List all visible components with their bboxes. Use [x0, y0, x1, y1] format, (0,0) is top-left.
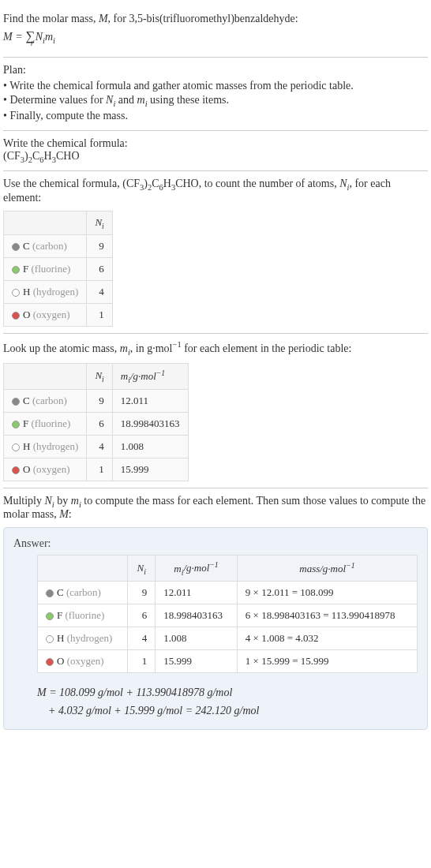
step2-text: Use the chemical formula,: [3, 178, 122, 189]
element-dot-icon: [46, 589, 54, 597]
eq-equals: =: [13, 31, 25, 43]
element-symbol: O: [23, 463, 30, 475]
step3-heading: Look up the atomic mass, mi, in g·mol−1 …: [3, 340, 428, 356]
plan-bullet: • Write the chemical formula and gather …: [3, 80, 428, 92]
intro-section: Find the molar mass, M, for 3,5-bis(trif…: [3, 6, 428, 58]
element-dot-icon: [12, 289, 20, 297]
element-dot-icon: [12, 266, 20, 274]
table-row: H (hydrogen) 4 1.008 4 × 1.008 = 4.032: [38, 627, 418, 650]
element-dot-icon: [12, 398, 20, 406]
element-name: (carbon): [30, 395, 67, 406]
step4-M: M: [59, 508, 69, 520]
element-cell: H (hydrogen): [38, 627, 128, 650]
m-value: 1.008: [156, 627, 238, 650]
count-atoms-section: Use the chemical formula, (CF3)2C6H3CHO,…: [3, 171, 428, 334]
element-cell: O (oxygen): [4, 304, 87, 327]
element-dot-icon: [12, 443, 20, 451]
intro-var-M: M: [99, 13, 108, 24]
m-value: 18.998403163: [112, 412, 188, 435]
element-name: (carbon): [30, 240, 67, 252]
element-cell: C (carbon): [4, 389, 87, 412]
element-symbol: O: [23, 309, 30, 320]
intro-line: Find the molar mass, M, for 3,5-bis(trif…: [3, 13, 428, 25]
n-value: 4: [128, 627, 156, 650]
plan-list: • Write the chemical formula and gather …: [3, 80, 428, 122]
element-symbol: H: [23, 440, 30, 452]
element-name: (oxygen): [64, 655, 103, 667]
element-cell: C (carbon): [38, 582, 128, 604]
n-value: 9: [87, 235, 112, 258]
step3-text: Look up the atomic mass,: [3, 342, 120, 354]
n-value: 4: [87, 435, 112, 458]
element-dot-icon: [46, 612, 54, 620]
m-value: 12.011: [112, 389, 188, 412]
element-symbol: C: [57, 586, 64, 598]
element-cell: H (hydrogen): [4, 281, 87, 304]
m-value: 12.011: [156, 582, 238, 604]
molar-mass-equation: M = ∑i Nimi: [3, 28, 428, 47]
plan-bullet: • Finally, compute the mass.: [3, 110, 428, 122]
n-value: 6: [128, 604, 156, 627]
m-value: 18.998403163: [156, 604, 238, 627]
atomic-mass-table: Ni mi/g·mol−1 C (carbon) 9 12.011 F (flu…: [3, 363, 189, 481]
n-value: 9: [128, 582, 156, 604]
m-value: 15.999: [156, 650, 238, 673]
m-value: 1.008: [112, 435, 188, 458]
empty-header: [4, 211, 87, 235]
empty-header: [38, 556, 128, 582]
element-name: (oxygen): [30, 463, 69, 475]
element-cell: F (fluorine): [38, 604, 128, 627]
n-value: 6: [87, 412, 112, 435]
element-name: (fluorine): [28, 417, 70, 429]
table-row: C (carbon) 9 12.011: [4, 389, 189, 412]
table-row: O (oxygen) 1 15.999: [4, 458, 189, 481]
element-cell: O (oxygen): [4, 458, 87, 481]
plan-section: Plan: • Write the chemical formula and g…: [3, 58, 428, 131]
element-name: (oxygen): [30, 309, 69, 320]
step3-mid: , in g·mol: [130, 342, 173, 354]
step2-heading: Use the chemical formula, (CF3)2C6H3CHO,…: [3, 178, 428, 204]
element-cell: C (carbon): [4, 235, 87, 258]
table-row: C (carbon) 9: [4, 235, 113, 258]
n-value: 1: [87, 304, 112, 327]
element-symbol: H: [57, 632, 64, 644]
step4-mid1: by: [54, 495, 71, 507]
element-dot-icon: [12, 243, 20, 251]
step4-heading: Multiply Ni by mi to compute the mass fo…: [3, 495, 428, 522]
element-dot-icon: [46, 635, 54, 643]
element-symbol: O: [57, 655, 64, 667]
m-value: 15.999: [112, 458, 188, 481]
intro-text: Find the molar mass,: [3, 13, 99, 24]
table-header-row: Ni mi/g·mol−1 mass/g·mol−1: [38, 556, 418, 582]
answer-box: Answer: Ni mi/g·mol−1 mass/g·mol−1 C (ca…: [3, 527, 428, 730]
table-row: F (fluorine) 6: [4, 258, 113, 281]
n-value: 1: [128, 650, 156, 673]
n-value: 6: [87, 258, 112, 281]
chemical-formula-section: Write the chemical formula: (CF3)2C6H3CH…: [3, 131, 428, 171]
mass-value: 6 × 18.998403163 = 113.990418978: [237, 604, 417, 627]
intro-text-suffix: , for 3,5-bis(trifluoromethyl)benzaldehy…: [108, 13, 298, 24]
element-cell: F (fluorine): [4, 258, 87, 281]
ni-header: Ni: [87, 363, 112, 389]
element-dot-icon: [12, 312, 20, 320]
element-cell: O (oxygen): [38, 650, 128, 673]
table-row: O (oxygen) 1 15.999 1 × 15.999 = 15.999: [38, 650, 418, 673]
element-symbol: C: [23, 240, 30, 252]
final-equation: M = 108.099 g/mol + 113.990418978 g/mol …: [37, 684, 418, 720]
step4-suffix: :: [69, 508, 72, 520]
element-name: (hydrogen): [30, 286, 78, 297]
plan-bullet: • Determine values for Ni and mi using t…: [3, 94, 428, 108]
element-name: (hydrogen): [30, 440, 78, 452]
step3-sup: −1: [172, 340, 181, 349]
compute-section: Multiply Ni by mi to compute the mass fo…: [3, 488, 428, 731]
table-row: O (oxygen) 1: [4, 304, 113, 327]
element-dot-icon: [12, 466, 20, 474]
eq-m-sub: i: [53, 36, 55, 45]
n-value: 9: [87, 389, 112, 412]
ni-header: Ni: [128, 556, 156, 582]
n-value: 1: [87, 458, 112, 481]
eq-M: M: [3, 31, 13, 43]
element-cell: H (hydrogen): [4, 435, 87, 458]
step2-mid: , to count the number of atoms,: [199, 178, 339, 189]
empty-header: [4, 363, 87, 389]
